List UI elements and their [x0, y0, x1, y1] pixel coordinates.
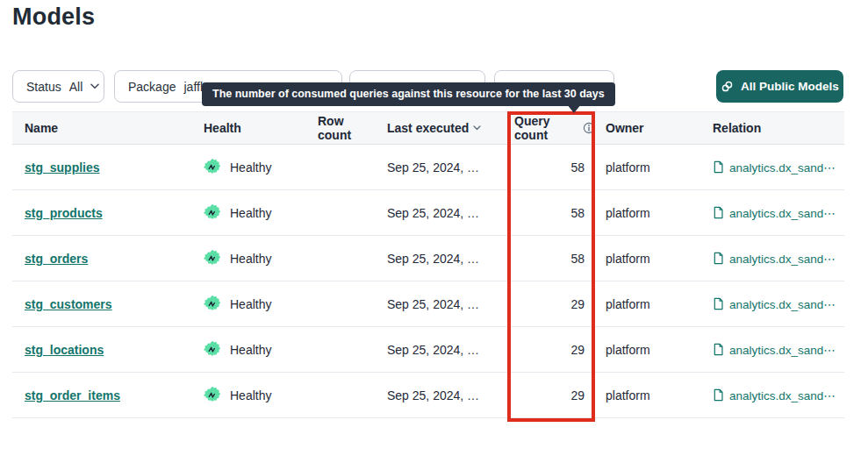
column-header-relation: Relation [713, 121, 844, 135]
tooltip-caret [567, 104, 581, 113]
relation-link[interactable]: analytics.dx_sand⋯ [713, 206, 836, 220]
all-public-models-button[interactable]: All Public Models [716, 70, 843, 103]
health-seal-icon [204, 204, 221, 222]
document-icon [713, 343, 724, 356]
table-row: stg_supplies Healthy Sep 25, 2024, … 58 … [12, 145, 844, 190]
table-row: stg_order_items Healthy Sep 25, 2024, … … [12, 373, 844, 418]
query-count-value: 29 [507, 343, 595, 357]
query-count-value: 58 [507, 160, 595, 174]
health-seal-icon [204, 159, 221, 176]
column-header-owner: Owner [595, 121, 713, 135]
package-filter-label: Package [128, 80, 176, 94]
document-icon [713, 252, 724, 265]
last-executed-value: Sep 25, 2024, … [365, 206, 507, 220]
owner-value: platform [595, 297, 713, 311]
sort-chevron-icon [473, 125, 481, 131]
table-row: stg_orders Healthy Sep 25, 2024, … 58 pl… [12, 236, 844, 281]
owner-value: platform [595, 160, 713, 174]
health-status-label: Healthy [230, 252, 271, 266]
models-page: Models Status All Package jaffle_ All Pu… [0, 0, 868, 470]
health-seal-icon [204, 341, 221, 359]
relation-label: analytics.dx_sand⋯ [729, 388, 836, 402]
relation-label: analytics.dx_sand⋯ [729, 252, 836, 266]
column-header-last-executed[interactable]: Last executed [365, 121, 507, 135]
relation-link[interactable]: analytics.dx_sand⋯ [713, 160, 836, 174]
health-seal-icon [204, 250, 221, 267]
table-row: stg_products Healthy Sep 25, 2024, … 58 … [12, 190, 844, 236]
relation-label: analytics.dx_sand⋯ [729, 297, 836, 311]
owner-value: platform [595, 343, 713, 357]
document-icon [713, 297, 724, 310]
relation-label: analytics.dx_sand⋯ [729, 160, 836, 174]
relation-link[interactable]: analytics.dx_sand⋯ [713, 297, 836, 311]
model-name-link[interactable]: stg_locations [25, 343, 104, 357]
status-filter-dropdown[interactable]: Status All [12, 70, 104, 103]
status-filter-label: Status [26, 80, 61, 94]
model-name-link[interactable]: stg_products [25, 206, 103, 220]
health-seal-icon [204, 296, 221, 313]
models-table: Name Health Row count Last executed Quer… [12, 111, 844, 418]
query-count-value: 58 [507, 206, 595, 220]
query-count-value: 58 [507, 252, 595, 266]
column-header-row-count: Row count [305, 114, 365, 142]
table-row: stg_locations Healthy Sep 25, 2024, … 29… [12, 327, 844, 373]
table-body: stg_supplies Healthy Sep 25, 2024, … 58 … [12, 145, 844, 418]
health-seal-icon [204, 387, 221, 404]
last-executed-value: Sep 25, 2024, … [365, 343, 507, 357]
query-count-value: 29 [507, 388, 595, 402]
chevron-down-icon [90, 83, 99, 89]
relation-link[interactable]: analytics.dx_sand⋯ [713, 388, 836, 402]
last-executed-value: Sep 25, 2024, … [365, 297, 507, 311]
health-status-label: Healthy [230, 343, 271, 357]
health-status-label: Healthy [230, 388, 271, 402]
relation-label: analytics.dx_sand⋯ [729, 206, 836, 220]
query-count-value: 29 [507, 297, 595, 311]
document-icon [713, 206, 724, 219]
model-name-link[interactable]: stg_orders [25, 252, 88, 266]
model-name-link[interactable]: stg_supplies [25, 160, 100, 174]
relation-link[interactable]: analytics.dx_sand⋯ [713, 252, 836, 266]
table-header-row: Name Health Row count Last executed Quer… [12, 111, 844, 145]
model-name-link[interactable]: stg_customers [25, 297, 112, 311]
document-icon [713, 388, 724, 402]
last-executed-value: Sep 25, 2024, … [365, 388, 507, 402]
owner-value: platform [595, 388, 713, 402]
column-header-name: Name [12, 121, 191, 135]
column-header-query-count: Query count [507, 114, 595, 142]
table-row: stg_customers Healthy Sep 25, 2024, … 29… [12, 281, 844, 327]
last-executed-value: Sep 25, 2024, … [365, 252, 507, 266]
query-count-tooltip: The number of consumed queries against t… [202, 82, 615, 106]
document-icon [713, 160, 724, 174]
health-status-label: Healthy [230, 160, 271, 174]
relation-label: analytics.dx_sand⋯ [729, 343, 836, 357]
owner-value: platform [595, 252, 713, 266]
last-executed-value: Sep 25, 2024, … [365, 160, 507, 174]
health-status-label: Healthy [230, 206, 271, 220]
owner-value: platform [595, 206, 713, 220]
link-icon [721, 80, 734, 93]
model-name-link[interactable]: stg_order_items [25, 388, 120, 402]
relation-link[interactable]: analytics.dx_sand⋯ [713, 343, 836, 357]
all-public-models-label: All Public Models [741, 80, 839, 93]
column-header-health: Health [191, 121, 305, 135]
info-icon[interactable] [583, 122, 595, 134]
page-title: Models [12, 4, 95, 31]
health-status-label: Healthy [230, 297, 271, 311]
status-filter-value: All [69, 80, 83, 94]
